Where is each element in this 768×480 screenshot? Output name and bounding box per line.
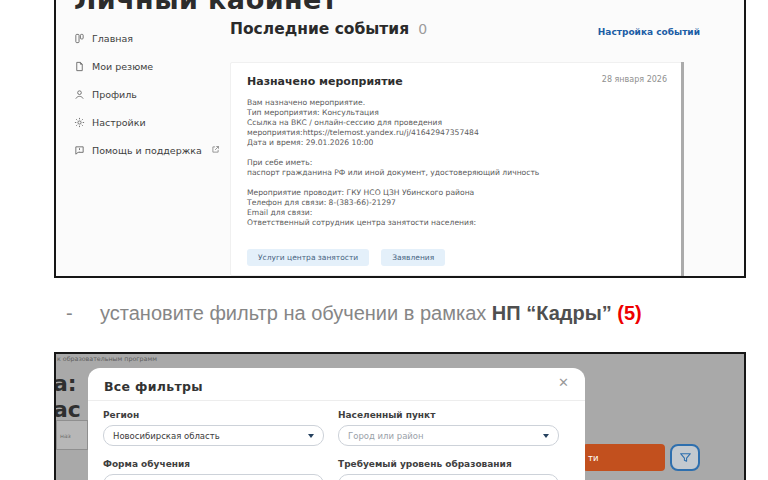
event-text-line: паспорт гражданина РФ или иной документ,… [247,168,667,178]
events-count: 0 [418,21,427,37]
modal-title: Все фильтры [104,379,203,394]
help-icon [74,145,85,156]
cabinet-screenshot: Личный кабинет Главная Мои резюме Профил… [54,0,746,278]
events-settings-link[interactable]: Настройка событий [598,27,700,37]
sidebar-item-label: Помощь и поддержка [92,145,202,156]
chevron-down-icon [543,434,549,438]
background-search-input[interactable]: наз [56,420,88,450]
event-text-line: Email для связи: [247,208,667,218]
external-link-icon [209,145,220,156]
event-text-line: Мероприятие проводит: ГКУ НСО ЦЗН Убинск… [247,188,667,198]
sidebar-item-label: Мои резюме [92,61,153,72]
event-text-line: При себе иметь: [247,158,667,168]
event-tags: Услуги центра занятости Заявления [247,249,445,266]
instruction-step-number: (5) [612,302,642,324]
tag-applications[interactable]: Заявления [381,249,445,266]
funnel-icon [679,451,692,464]
education-level-select[interactable] [338,474,559,480]
sidebar: Главная Мои резюме Профиль Настройки Пом… [74,33,220,156]
filter-toggle-button[interactable] [670,444,700,471]
event-text-line: Вам назначено мероприятие. [247,98,667,108]
resume-icon [74,61,85,72]
background-heading-fragment: ас [54,397,81,422]
event-text-line: Тип мероприятия: Консультация [247,108,667,118]
filters-form: Регион Новосибирская область Форма обуче… [103,410,569,480]
event-text-line: Ссылка на ВКС / онлайн-сессию для провед… [247,118,667,128]
sidebar-item-home[interactable]: Главная [74,33,220,44]
instruction-line: -установите фильтр на обучении в рамках … [66,302,642,325]
sidebar-item-label: Настройки [92,117,146,128]
divider [88,400,585,401]
region-select[interactable]: Новосибирская область [103,425,324,446]
tag-employment-services[interactable]: Услуги центра занятости [247,249,369,266]
search-button[interactable]: ти [583,444,665,471]
background-breadcrumb-text: к образовательным программ [57,355,157,362]
event-paragraph: При себе иметь: паспорт гражданина РФ ил… [247,158,667,178]
sidebar-item-label: Главная [92,33,133,44]
settings-icon [74,117,85,128]
document-page: Личный кабинет Главная Мои резюме Профил… [0,0,768,480]
profile-icon [74,89,85,100]
event-text-line: Ответственный сотрудник центра занятости… [247,218,667,228]
event-text-line: Телефон для связи: 8-(383-66)-21297 [247,198,667,208]
region-label: Регион [103,410,324,420]
events-scrollbar[interactable] [681,62,684,276]
event-paragraph: Вам назначено мероприятие. Тип мероприят… [247,98,667,148]
event-card[interactable]: Назначено мероприятие 28 января 2026 Вам… [230,62,684,276]
sidebar-item-profile[interactable]: Профиль [74,89,220,100]
settlement-label: Населенный пункт [338,410,559,420]
event-title: Назначено мероприятие [247,75,403,88]
event-text-line: мероприятия:https://telemost.yandex.ru/j… [247,128,667,138]
instruction-dash: - [66,302,100,325]
instruction-bold: НП “Кадры” [492,302,612,324]
sidebar-item-help[interactable]: Помощь и поддержка [74,145,220,156]
event-text-line: Дата и время: 29.01.2026 10:00 [247,138,667,148]
event-paragraph: Мероприятие проводит: ГКУ НСО ЦЗН Убинск… [247,188,667,228]
sidebar-item-label: Профиль [92,89,137,100]
sidebar-item-resumes[interactable]: Мои резюме [74,61,220,72]
background-heading-fragment: а: [54,371,77,396]
dashboard-icon [74,33,85,44]
close-icon[interactable]: ✕ [558,375,569,390]
instruction-text: установите фильтр на обучении в рамках [100,302,492,324]
events-heading: Последние события0 [230,20,427,38]
event-date: 28 января 2026 [602,75,667,84]
filters-screenshot: к образовательным программ а: ас наз ти … [54,352,746,480]
settlement-placeholder: Город или район [348,431,424,441]
region-value: Новосибирская область [113,431,220,441]
study-form-label: Форма обучения [103,459,324,469]
all-filters-modal: Все фильтры ✕ Регион Новосибирская облас… [88,368,585,480]
sidebar-item-settings[interactable]: Настройки [74,117,220,128]
settlement-input[interactable]: Город или район [338,425,559,446]
education-level-label: Требуемый уровень образования [338,459,559,469]
chevron-down-icon [308,434,314,438]
study-form-select[interactable] [103,474,324,480]
page-title: Личный кабинет [74,0,338,15]
